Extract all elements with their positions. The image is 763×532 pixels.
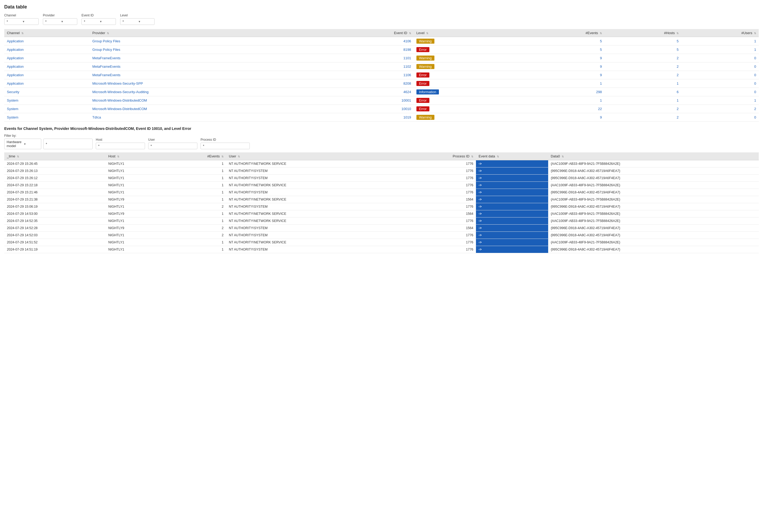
top-filter-row: Channel * ▼ Provider * ▼ Event ID * ▼ Le…	[4, 14, 759, 25]
cell-provider[interactable]: MetaFrameEvents	[90, 54, 327, 62]
col-channel[interactable]: Channel ⇅	[4, 29, 90, 37]
level-badge: Warning	[416, 64, 434, 69]
cell-event-id[interactable]: 4624	[327, 88, 413, 96]
cell-host: NIGHTLY1	[106, 246, 165, 253]
cell-channel[interactable]: System	[4, 96, 90, 105]
col-events[interactable]: #Events ⇅	[521, 29, 604, 37]
cell-user: NT AUTHORITY\SYSTEM	[226, 189, 403, 196]
cell-channel[interactable]: Application	[4, 62, 90, 71]
cell-data0: {AAC1009F-AB33-48F9-9A21-7F5B88426A2E}	[548, 160, 759, 167]
cell-process-id: 1564	[403, 225, 476, 232]
cell-process-id: 1776	[403, 182, 476, 189]
cell-event-data: ->	[476, 174, 548, 182]
cell-event-id[interactable]: 8198	[327, 46, 413, 54]
cell-time: 2024-07-29 15:21:38	[4, 196, 106, 203]
cell-event-id[interactable]: 8208	[327, 79, 413, 88]
section2-divider: Events for Channel System, Provider Micr…	[4, 127, 759, 131]
cell-event-id[interactable]: 4106	[327, 37, 413, 46]
channel-filter-select[interactable]: * ▼	[4, 18, 39, 25]
table-row: 2024-07-29 15:06:19 NIGHTLY1 2 NT AUTHOR…	[4, 203, 759, 210]
cell-level: Error	[414, 79, 521, 88]
cell-data0: {995C996E-D918-4A8C-A302-45719A6F4EA7}	[548, 225, 759, 232]
cell-channel[interactable]: Application	[4, 79, 90, 88]
cell-event-id[interactable]: 1019	[327, 113, 413, 122]
events-sort-icon: ⇅	[600, 32, 602, 35]
cell-user: NT AUTHORITY\NETWORK SERVICE	[226, 160, 403, 167]
cell-provider[interactable]: MetaFrameEvents	[90, 62, 327, 71]
cell-event-id[interactable]: 1106	[327, 71, 413, 79]
cell-provider[interactable]: TdIca	[90, 113, 327, 122]
channel-filter-value: *	[7, 20, 21, 24]
cell-event-id[interactable]: 1102	[327, 62, 413, 71]
col-host[interactable]: Host ⇅	[106, 153, 165, 160]
cell-provider[interactable]: Group Policy Files	[90, 46, 327, 54]
cell-provider[interactable]: Microsoft-Windows-DistributedCOM	[90, 105, 327, 113]
col-event-id[interactable]: Event ID ⇅	[327, 29, 413, 37]
provider-filter-select[interactable]: * ▼	[43, 18, 77, 25]
cell-event-data: ->	[476, 203, 548, 210]
col-user[interactable]: User ⇅	[226, 153, 403, 160]
col-event-data[interactable]: Event data ⇅	[476, 153, 548, 160]
cell-channel[interactable]: Security	[4, 88, 90, 96]
cell-time: 2024-07-29 15:26:13	[4, 167, 106, 174]
cell-time: 2024-07-29 15:06:19	[4, 203, 106, 210]
col-time[interactable]: _time ⇅	[4, 153, 106, 160]
table-row: Application Group Policy Files 8198 Erro…	[4, 46, 759, 54]
table-row: System Microsoft-Windows-DistributedCOM …	[4, 105, 759, 113]
cell-level: Error	[414, 46, 521, 54]
cell-provider[interactable]: MetaFrameEvents	[90, 71, 327, 79]
cell-provider[interactable]: Group Policy Files	[90, 37, 327, 46]
process-id-filter-label: Process ID	[200, 138, 250, 142]
cell-channel[interactable]: System	[4, 113, 90, 122]
col-provider[interactable]: Provider ⇅	[90, 29, 327, 37]
cell-host: NIGHTLY9	[106, 225, 165, 232]
cell-channel[interactable]: Application	[4, 71, 90, 79]
cell-host: NIGHTLY1	[106, 160, 165, 167]
user-filter-input[interactable]	[148, 143, 197, 149]
cell-event-id[interactable]: 10001	[327, 96, 413, 105]
time-sort-icon: ⇅	[17, 155, 19, 158]
host-filter-input[interactable]	[96, 143, 145, 149]
section2-title: Events for Channel System, Provider Micr…	[4, 127, 759, 131]
table-row: System Microsoft-Windows-DistributedCOM …	[4, 96, 759, 105]
table-row: 2024-07-29 15:26:45 NIGHTLY1 1 NT AUTHOR…	[4, 160, 759, 167]
cell-hosts: 2	[604, 62, 681, 71]
col-hosts[interactable]: #Hosts ⇅	[604, 29, 681, 37]
cell-channel[interactable]: Application	[4, 54, 90, 62]
col-process-id[interactable]: Process ID ⇅	[403, 153, 476, 160]
cell-user: NT AUTHORITY\SYSTEM	[226, 203, 403, 210]
cell-channel[interactable]: Application	[4, 37, 90, 46]
level-badge: Error	[416, 106, 429, 111]
bottom-table: _time ⇅ Host ⇅ #Events ⇅ User ⇅ Process …	[4, 153, 759, 253]
cell-channel[interactable]: System	[4, 105, 90, 113]
cell-time: 2024-07-29 14:52:28	[4, 225, 106, 232]
cell-provider[interactable]: Microsoft-Windows-Security-SPP	[90, 79, 327, 88]
event-id-filter-select[interactable]: * ▼	[81, 18, 116, 25]
cell-process-id: 1776	[403, 239, 476, 246]
cell-provider[interactable]: Microsoft-Windows-DistributedCOM	[90, 96, 327, 105]
users-sort-icon: ⇅	[754, 32, 756, 35]
cell-data0: {995C996E-D918-4A8C-A302-45719A6F4EA7}	[548, 174, 759, 182]
filter-by-value-input[interactable]	[44, 139, 93, 149]
cell-event-id[interactable]: 1101	[327, 54, 413, 62]
cell-user: NT AUTHORITY\NETWORK SERVICE	[226, 217, 403, 225]
filter-group-channel: Channel * ▼	[4, 14, 39, 25]
col-users[interactable]: #Users ⇅	[681, 29, 759, 37]
cell-hosts: 2	[604, 54, 681, 62]
cell-process-id: 1776	[403, 203, 476, 210]
level-sort-icon: ⇅	[426, 32, 428, 35]
cell-events: 298	[521, 88, 604, 96]
level-filter-select[interactable]: * ▼	[120, 18, 155, 25]
col-data0[interactable]: Data0 ⇅	[548, 153, 759, 160]
filter-by-select[interactable]: Hardware model ▼	[4, 139, 41, 149]
table-row: 2024-07-29 15:26:13 NIGHTLY1 1 NT AUTHOR…	[4, 167, 759, 174]
col-num-events[interactable]: #Events ⇅	[165, 153, 226, 160]
process-id-filter-input[interactable]	[200, 143, 250, 149]
cell-channel[interactable]: Application	[4, 46, 90, 54]
cell-event-id[interactable]: 10010	[327, 105, 413, 113]
col-level[interactable]: Level ⇅	[414, 29, 521, 37]
cell-data0: {995C996E-D918-4A8C-A302-45719A6F4EA7}	[548, 232, 759, 239]
cell-event-data: ->	[476, 225, 548, 232]
cell-provider[interactable]: Microsoft-Windows-Security-Auditing	[90, 88, 327, 96]
cell-num-events: 2	[165, 225, 226, 232]
